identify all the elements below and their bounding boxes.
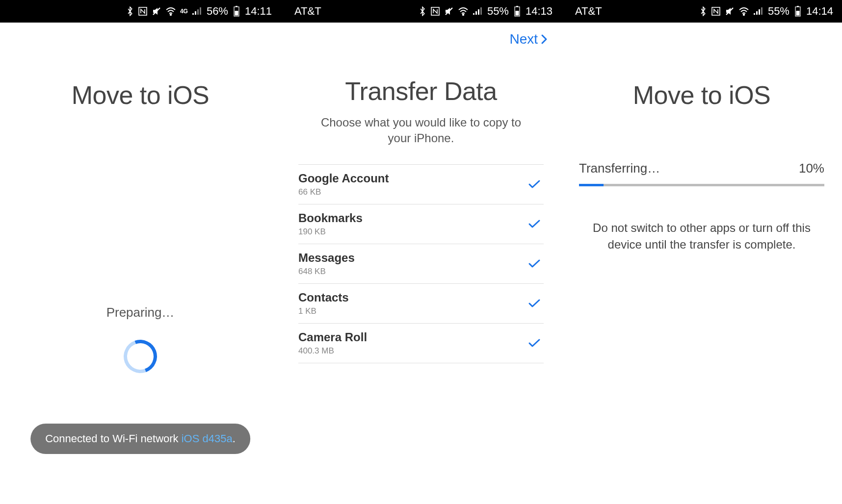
- progress-bar-fill: [579, 184, 604, 186]
- item-size: 400.3 MB: [298, 346, 367, 356]
- wifi-icon: [738, 7, 749, 16]
- screen-transfer-data: AT&T 55% 14:13 Next Transfer Data Choose…: [281, 0, 561, 504]
- list-item[interactable]: Contacts 1 KB: [298, 284, 544, 324]
- battery-icon: [794, 6, 801, 17]
- progress-block: Transferring… 10%: [579, 161, 824, 186]
- svg-point-10: [463, 14, 464, 16]
- battery-icon: [233, 6, 240, 17]
- screen-transferring: AT&T 55% 14:14 Move to iOS Transferring……: [561, 0, 842, 504]
- page-title: Transfer Data: [281, 76, 561, 106]
- bluetooth-icon: [419, 6, 426, 16]
- nfc-icon: [711, 6, 721, 16]
- carrier-label: AT&T: [294, 5, 321, 18]
- next-label: Next: [509, 31, 538, 47]
- signal-icon: [192, 7, 202, 15]
- svg-rect-13: [515, 11, 519, 16]
- item-title: Camera Roll: [298, 330, 367, 344]
- data-4g-icon: 4G: [180, 8, 188, 15]
- mute-icon: [444, 6, 454, 16]
- bluetooth-icon: [699, 6, 707, 16]
- toast-network-name: iOS d435a: [182, 432, 233, 445]
- progress-percent: 10%: [799, 161, 824, 176]
- progress-bar: [579, 184, 824, 186]
- item-size: 190 KB: [298, 227, 363, 237]
- nfc-icon: [138, 6, 148, 16]
- wifi-icon: [165, 7, 176, 16]
- mute-icon: [152, 6, 161, 16]
- next-button[interactable]: Next: [509, 31, 548, 47]
- list-item[interactable]: Camera Roll 400.3 MB: [298, 324, 544, 363]
- preparing-label: Preparing…: [106, 305, 175, 320]
- spinner-icon: [118, 334, 162, 378]
- checkmark-icon: [528, 338, 541, 348]
- clock-label: 14:11: [245, 5, 272, 18]
- item-title: Bookmarks: [298, 211, 363, 225]
- toast-suffix: .: [233, 432, 236, 445]
- data-type-list: Google Account 66 KB Bookmarks 190 KB Me…: [298, 164, 544, 363]
- item-size: 648 KB: [298, 267, 355, 277]
- status-bar: AT&T 55% 14:14: [561, 0, 842, 23]
- item-title: Messages: [298, 251, 355, 265]
- svg-rect-20: [796, 11, 799, 16]
- three-screenshots: 4G 56% 14:11 Move to iOS Preparing… Conn…: [0, 0, 842, 504]
- transferring-label: Transferring…: [579, 161, 660, 176]
- checkmark-icon: [528, 299, 541, 308]
- item-title: Google Account: [298, 172, 389, 185]
- battery-percent: 56%: [207, 5, 228, 18]
- mute-icon: [725, 6, 735, 16]
- nfc-icon: [430, 6, 440, 16]
- list-item[interactable]: Bookmarks 190 KB: [298, 204, 544, 244]
- wifi-toast: Connected to Wi-Fi network iOS d435a.: [30, 424, 250, 454]
- item-size: 66 KB: [298, 187, 389, 197]
- page-title: Move to iOS: [0, 80, 281, 110]
- svg-point-3: [170, 14, 172, 16]
- bluetooth-icon: [126, 6, 134, 16]
- status-bar: 4G 56% 14:11: [0, 0, 281, 23]
- screen-preparing: 4G 56% 14:11 Move to iOS Preparing… Conn…: [0, 0, 281, 504]
- page-subtitle: Choose what you would like to copy to yo…: [318, 115, 524, 147]
- status-icons: [419, 6, 482, 16]
- signal-icon: [473, 7, 482, 15]
- battery-percent: 55%: [768, 5, 789, 18]
- battery-icon: [514, 6, 521, 17]
- status-bar: AT&T 55% 14:13: [281, 0, 561, 23]
- checkmark-icon: [528, 259, 541, 269]
- carrier-label: AT&T: [575, 5, 602, 18]
- chevron-right-icon: [541, 34, 548, 45]
- svg-rect-6: [235, 11, 238, 16]
- item-title: Contacts: [298, 291, 349, 304]
- clock-label: 14:13: [526, 5, 553, 18]
- clock-label: 14:14: [806, 5, 833, 18]
- wifi-icon: [458, 7, 469, 16]
- item-size: 1 KB: [298, 306, 349, 316]
- warning-message: Do not switch to other apps or turn off …: [586, 220, 817, 252]
- status-icons: 4G: [126, 6, 202, 16]
- page-title: Move to iOS: [561, 80, 842, 110]
- list-item[interactable]: Messages 648 KB: [298, 244, 544, 284]
- checkmark-icon: [528, 219, 541, 229]
- list-item[interactable]: Google Account 66 KB: [298, 165, 544, 204]
- battery-percent: 55%: [487, 5, 509, 18]
- svg-point-17: [743, 14, 745, 16]
- status-icons: [699, 6, 763, 16]
- signal-icon: [753, 7, 763, 15]
- checkmark-icon: [528, 179, 541, 189]
- toast-prefix: Connected to Wi-Fi network: [45, 432, 182, 445]
